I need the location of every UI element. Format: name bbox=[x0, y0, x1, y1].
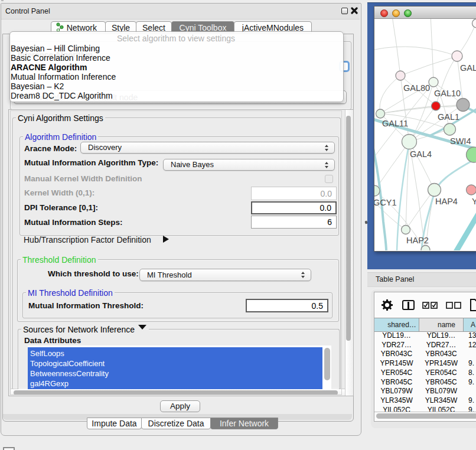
svg-text:Y: Y bbox=[472, 197, 476, 206]
svg-text:GAL2: GAL2 bbox=[460, 63, 476, 73]
svg-text:GAL1: GAL1 bbox=[438, 112, 459, 122]
svg-text:HAP4: HAP4 bbox=[435, 197, 458, 206]
svg-text:SWI4: SWI4 bbox=[450, 136, 471, 146]
svg-text:GAL80: GAL80 bbox=[403, 83, 430, 93]
svg-text:HAP2: HAP2 bbox=[406, 236, 429, 245]
svg-text:GCY1: GCY1 bbox=[374, 198, 397, 207]
svg-text:GAL11: GAL11 bbox=[382, 119, 408, 128]
svg-text:GAL4: GAL4 bbox=[410, 149, 432, 159]
svg-text:GAL10: GAL10 bbox=[434, 89, 461, 98]
